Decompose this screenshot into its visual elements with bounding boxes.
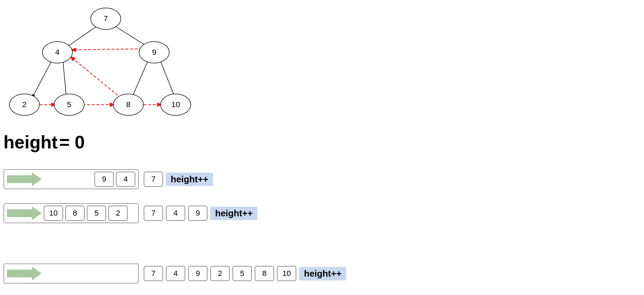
height-badge-2: height++ [210,207,257,220]
processed-1-1: 7 [144,172,163,187]
queue-cell-2-2: 8 [65,206,85,221]
queue-cell-2-4: 2 [108,206,128,221]
svg-text:8: 8 [126,100,131,109]
height-badge-3: height++ [299,267,346,280]
processed-3-2: 4 [166,266,185,281]
queue-arrow-1 [7,172,42,186]
svg-line-1 [111,24,149,47]
queue-arrow-2 [7,206,42,220]
queue-cell-2-1: 10 [44,206,63,221]
queue-row-3: 7 4 9 2 5 8 10 height++ [3,263,346,284]
processed-3-5: 5 [232,266,252,281]
svg-line-6 [72,49,147,50]
processed-2-2: 4 [166,206,185,221]
processed-3-7: 10 [277,266,296,281]
svg-line-2 [32,58,53,98]
processed-3-4: 2 [210,266,230,281]
svg-text:9: 9 [152,47,156,57]
queue-arrow-3 [7,267,42,280]
processed-3-3: 9 [188,266,207,281]
processed-2-3: 9 [188,206,207,221]
processed-3-1: 7 [144,266,163,281]
svg-text:10: 10 [171,100,180,109]
svg-line-4 [132,59,149,98]
queue-cell-1-2: 4 [116,172,135,187]
tree-diagram: 7 4 9 2 5 8 10 [0,0,215,125]
queue-row-1: 9 4 7 height++ [3,169,213,189]
height-equals: = 0 [59,132,85,152]
queue-container-3 [3,263,139,284]
processed-row-2: 7 4 9 height++ [144,206,257,221]
queue-cell-2-3: 5 [87,206,106,221]
queue-container-1: 9 4 [3,169,139,189]
svg-line-0 [66,24,100,47]
svg-line-7 [71,57,125,101]
queue-cell-1-1: 9 [94,172,114,187]
processed-2-1: 7 [144,206,163,221]
svg-text:2: 2 [22,100,27,109]
processed-row-1: 7 height++ [144,172,213,187]
svg-line-3 [63,59,66,98]
queue-container-2: 10 8 5 2 [3,203,139,223]
height-badge-1: height++ [166,173,213,186]
processed-row-3: 7 4 9 2 5 8 10 height++ [144,266,346,281]
svg-line-5 [160,59,175,98]
svg-text:5: 5 [67,100,71,109]
svg-text:4: 4 [55,47,60,57]
svg-text:7: 7 [104,14,108,23]
processed-3-6: 8 [255,266,274,281]
height-label: height = 0 [3,132,85,153]
queue-row-2: 10 8 5 2 7 4 9 height++ [3,203,257,223]
height-text: height [3,132,58,152]
